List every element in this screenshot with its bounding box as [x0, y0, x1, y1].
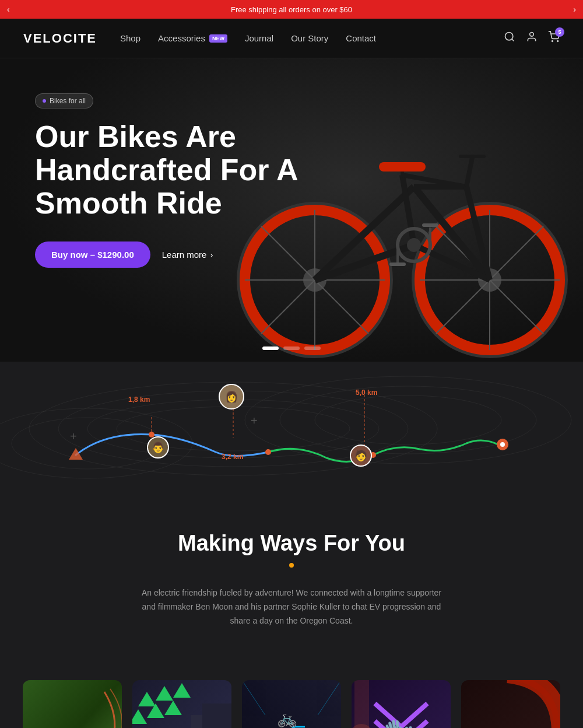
cart-count: 5 — [555, 27, 564, 37]
svg-text:🚲: 🚲 — [277, 709, 297, 728]
carousel-dot-1[interactable] — [262, 346, 279, 350]
nav-journal[interactable]: Journal — [245, 33, 273, 43]
new-badge: NEW — [209, 34, 227, 43]
carousel-dot-3[interactable] — [304, 346, 321, 350]
buy-now-button[interactable]: Buy now – $1290.00 — [35, 242, 150, 268]
product-card-accessories[interactable]: 🧤 Accessories — [352, 680, 451, 728]
nav-accessories[interactable]: Accessories NEW — [158, 33, 227, 43]
cart-icon[interactable]: 5 — [548, 31, 560, 46]
carousel-dot-2[interactable] — [283, 346, 300, 350]
map-label-3: 5,0 km — [356, 388, 377, 397]
map-avatar-3: 🧑 — [350, 444, 372, 467]
map-label-1: 1,8 km — [128, 396, 150, 404]
map-section: + + 1,8 km 3,2 km 5,0 km 👩 👨 🧑 — [0, 362, 583, 496]
announcement-prev[interactable]: ‹ — [0, 5, 17, 14]
svg-point-49 — [265, 449, 271, 455]
hero-carousel-dots — [262, 346, 321, 350]
map-avatar-1: 👩 — [219, 384, 244, 410]
making-section: Making Ways For You An electric friendsh… — [0, 496, 583, 657]
product-card-clothing[interactable]: 🏍 Clothing — [461, 680, 560, 728]
svg-point-53 — [500, 442, 505, 447]
svg-point-41 — [245, 376, 571, 464]
main-nav: Shop Accessories NEW Journal Our Story C… — [120, 33, 504, 43]
making-title: Making Ways For You — [70, 531, 513, 556]
logo[interactable]: VELOCITE — [23, 31, 97, 46]
svg-point-3 — [552, 41, 553, 42]
hero-actions: Buy now – $1290.00 Learn more › — [35, 242, 548, 268]
product-grid: 🚵 Mountain Bikes — [0, 657, 583, 728]
making-dot — [289, 563, 294, 568]
hero-title: Our Bikes Are Handcrafted For A Smooth R… — [35, 120, 338, 220]
announcement-text: Free shipping all orders on over $60 — [231, 5, 352, 14]
svg-rect-57 — [23, 680, 122, 728]
svg-point-0 — [505, 33, 513, 40]
svg-text:🧤: 🧤 — [384, 717, 420, 728]
hero-tag: Bikes for all — [35, 93, 93, 108]
chevron-right-icon: › — [210, 250, 213, 260]
svg-point-43 — [315, 396, 501, 444]
header-icons: 5 — [504, 31, 560, 46]
header: VELOCITE Shop Accessories NEW Journal Ou… — [0, 19, 583, 58]
search-icon[interactable] — [504, 31, 515, 46]
map-avatar-2: 👨 — [147, 436, 169, 459]
product-image-clothing: 🏍 — [461, 680, 560, 728]
hero-section: Bikes for all Our Bikes Are Handcrafted … — [0, 58, 583, 362]
product-card-parts[interactable]: 🚲 Bike Parts — [242, 680, 341, 728]
product-card-mountain[interactable]: 🚵 Mountain Bikes — [23, 680, 122, 728]
svg-text:+: + — [251, 414, 258, 427]
svg-rect-83 — [354, 680, 369, 728]
making-description: An electric friendship fueled by adventu… — [134, 586, 449, 628]
hero-tag-dot — [43, 99, 46, 103]
account-icon[interactable] — [526, 31, 538, 46]
learn-more-button[interactable]: Learn more › — [162, 250, 213, 260]
product-card-city[interactable]: 🚴 City Bikes — [132, 680, 231, 728]
product-image-parts: 🚲 — [242, 680, 341, 728]
svg-line-1 — [512, 39, 514, 41]
announcement-bar: ‹ Free shipping all orders on over $60 › — [0, 0, 583, 19]
hero-content: Bikes for all Our Bikes Are Handcrafted … — [0, 58, 583, 303]
product-image-accessories: 🧤 — [352, 680, 451, 728]
svg-text:+: + — [70, 430, 77, 443]
svg-text:🏍: 🏍 — [484, 720, 531, 728]
nav-our-story[interactable]: Our Story — [291, 33, 328, 43]
nav-shop[interactable]: Shop — [120, 33, 141, 43]
svg-point-2 — [530, 33, 534, 37]
product-image-mountain: 🚵 — [23, 680, 122, 728]
announcement-next[interactable]: › — [566, 5, 583, 14]
svg-point-4 — [557, 41, 559, 42]
product-image-city: 🚴 — [132, 680, 231, 728]
svg-marker-51 — [69, 448, 83, 460]
map-label-2: 3,2 km — [222, 453, 243, 461]
svg-rect-62 — [202, 704, 231, 728]
nav-contact[interactable]: Contact — [346, 33, 376, 43]
